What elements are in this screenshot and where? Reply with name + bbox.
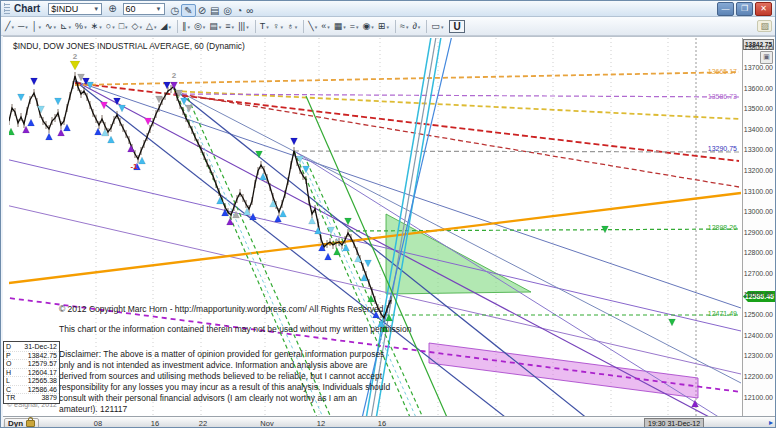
price-axis-label: 13500.00 bbox=[744, 105, 773, 112]
title-bar: Chart $INDU ▼ ⊕ 60 ▼ ◷✎⊘▤◎◔∞ — ❐ ✕ bbox=[1, 1, 775, 17]
tool-gann-box[interactable]: ⊞▾ bbox=[377, 21, 390, 31]
drawing-toolbar: ╱▾─▾│▾∿▾⊾▾%▾∗▾○▾□▾◇▾△▾◢▾∥▾◎▾▤▾≡▾|||▾T▾♀▾… bbox=[1, 17, 775, 36]
scroll-right-icon[interactable]: ▸ bbox=[769, 418, 773, 427]
data-window-row: P13842.75 bbox=[4, 352, 59, 361]
toolbar-divider bbox=[255, 20, 256, 33]
price-axis-label: 12100.00 bbox=[744, 394, 773, 401]
tool-volume-bars[interactable]: |||▾ bbox=[237, 21, 250, 31]
price-axis-label: 12700.00 bbox=[744, 270, 773, 277]
wave-count-label: 2 bbox=[172, 71, 177, 80]
snapshot-icon[interactable]: ▣ bbox=[760, 51, 773, 64]
signal-marker bbox=[128, 145, 135, 152]
data-window-row: O12579.57 bbox=[4, 360, 59, 369]
price-axis-label: 12500.00 bbox=[744, 311, 773, 318]
tool-bullseye[interactable]: ◎▾ bbox=[193, 21, 206, 31]
tool-parallel-channel[interactable]: ∥▾ bbox=[181, 21, 191, 31]
time-axis-label: 12 bbox=[317, 419, 325, 428]
link-icon[interactable]: ∞ bbox=[244, 5, 255, 16]
trendline-price-label: 13586.73 bbox=[708, 93, 737, 100]
tool-eye[interactable]: ◉▾ bbox=[361, 21, 374, 31]
time-axis-label: 16 bbox=[378, 419, 386, 428]
tool-fib-fan[interactable]: ∗▾ bbox=[90, 21, 103, 31]
tool-ellipse[interactable]: ○▾ bbox=[105, 21, 116, 31]
tool-note[interactable]: ▭▾ bbox=[430, 21, 444, 31]
signal-marker bbox=[365, 260, 372, 267]
symbol-lookup-icon[interactable]: ⊕ bbox=[106, 3, 118, 15]
trendline-price-label: 12898.26 bbox=[708, 224, 737, 231]
data-window-row: C12586.46 bbox=[4, 386, 59, 395]
price-axis[interactable]: 13842.75 ▣ 12586.46 13800.0013700.001360… bbox=[742, 38, 775, 416]
tool-regression[interactable]: ╲▾ bbox=[307, 21, 318, 31]
target-icon[interactable]: ◎ bbox=[221, 5, 234, 16]
draw-pencil-icon[interactable]: ✎ bbox=[181, 4, 195, 17]
price-axis-label: 12400.00 bbox=[744, 332, 773, 339]
signal-marker bbox=[108, 136, 115, 143]
tool-pin[interactable]: ♀▾ bbox=[272, 21, 284, 31]
note-window-icon[interactable]: ▤ bbox=[208, 5, 221, 16]
tool-horizontal-line[interactable]: ─▾ bbox=[17, 21, 29, 31]
tool-equal-levels[interactable]: =▾ bbox=[349, 21, 360, 31]
chevron-down-icon[interactable]: ▼ bbox=[93, 6, 99, 12]
tool-pointer-link[interactable]: ∂▾ bbox=[411, 21, 421, 31]
tool-text[interactable]: T▾ bbox=[259, 21, 270, 31]
price-axis-label: 13800.00 bbox=[744, 44, 773, 51]
toolbar-divider bbox=[303, 20, 304, 33]
data-window-row: TR3879 bbox=[4, 394, 59, 402]
interval-clock-icon[interactable]: ◷ bbox=[169, 5, 182, 16]
time-tool-icon[interactable]: ◔ bbox=[234, 5, 244, 16]
close-button[interactable]: ✕ bbox=[755, 2, 772, 16]
disclaimer-text: Disclaimer: The above is a matter of opi… bbox=[59, 349, 395, 415]
chart-window: Chart $INDU ▼ ⊕ 60 ▼ ◷✎⊘▤◎◔∞ — ❐ ✕ ╱▾─▾│… bbox=[0, 0, 776, 428]
tool-triangle[interactable]: △▾ bbox=[145, 21, 157, 31]
copyright-line-1: © 2012 Copyright Marc Horn - http://mapp… bbox=[59, 304, 384, 314]
signal-marker bbox=[309, 217, 316, 224]
symbol-input[interactable]: $INDU ▼ bbox=[48, 3, 102, 15]
minimize-button[interactable]: — bbox=[717, 2, 734, 16]
tool-angle[interactable]: ⊾▾ bbox=[59, 21, 72, 31]
tool-fib-retracement[interactable]: %▾ bbox=[74, 21, 88, 31]
chart-title: $INDU, DOW JONES INDUSTRIAL AVERAGE, 60 … bbox=[13, 41, 245, 51]
cursor-time-label: 19:30 31-Dec-12 bbox=[644, 418, 704, 428]
chevron-down-icon[interactable]: ▼ bbox=[156, 6, 162, 12]
data-window-row: H12604.17 bbox=[4, 369, 59, 378]
tool-zigzag[interactable]: ∿▾ bbox=[44, 21, 57, 31]
price-axis-label: 13200.00 bbox=[744, 167, 773, 174]
signal-marker bbox=[325, 253, 332, 260]
data-window-row: L12565.38 bbox=[4, 377, 59, 386]
restore-button[interactable]: ❐ bbox=[736, 2, 753, 16]
price-axis-label: 12800.00 bbox=[744, 249, 773, 256]
tool-rectangle[interactable]: □▾ bbox=[118, 21, 129, 31]
tool-brush[interactable]: ◢▾ bbox=[159, 21, 171, 31]
price-line bbox=[9, 76, 391, 318]
interval-input[interactable]: 60 ▼ bbox=[123, 3, 165, 15]
window-title: Chart bbox=[14, 3, 40, 14]
tool-vertical-line[interactable]: │▾ bbox=[31, 21, 42, 31]
price-axis-label: 12300.00 bbox=[744, 352, 773, 359]
dyn-button[interactable]: Dyn bbox=[4, 418, 39, 428]
tool-anchor[interactable]: ♁▾ bbox=[286, 21, 298, 31]
erase-icon[interactable]: ⊘ bbox=[196, 5, 208, 16]
time-axis-bar[interactable]: Dyn 081622Nov1216 19:30 31-Dec-12 ▸ bbox=[3, 416, 775, 428]
trendline-price-label: 12471.49 bbox=[708, 310, 737, 317]
copyright-line-2: This chart or the information contained … bbox=[59, 324, 411, 334]
tool-wave[interactable]: ≈▾ bbox=[399, 21, 409, 31]
tool-trendline[interactable]: ╱▾ bbox=[4, 21, 15, 31]
u-tool-button[interactable]: U bbox=[449, 20, 464, 33]
tool-grid-box[interactable]: ▤▾ bbox=[208, 21, 222, 31]
panel-icon[interactable]: ▨ bbox=[757, 20, 772, 32]
titlebar-icons: ◷✎⊘▤◎◔∞ bbox=[169, 0, 256, 18]
tool-rhombus[interactable]: ◇▾ bbox=[131, 21, 143, 31]
signal-marker bbox=[186, 105, 193, 112]
signal-marker bbox=[315, 227, 322, 234]
data-window-rows: D31-Dec-12P13842.75O12579.57H12604.17L12… bbox=[4, 343, 59, 402]
wave-count-label: -1 bbox=[130, 162, 138, 171]
signal-marker bbox=[58, 129, 65, 136]
tool-grid[interactable]: ▦▾ bbox=[333, 21, 347, 31]
window-grip[interactable] bbox=[4, 3, 10, 14]
tool-arrows[interactable]: «▾ bbox=[320, 21, 331, 31]
trendline-overlay bbox=[174, 89, 741, 383]
tool-levels[interactable]: ≡▾ bbox=[224, 21, 235, 31]
price-axis-label: 13700.00 bbox=[744, 64, 773, 71]
time-axis-label: 22 bbox=[199, 419, 207, 428]
lock-icon bbox=[26, 420, 35, 427]
